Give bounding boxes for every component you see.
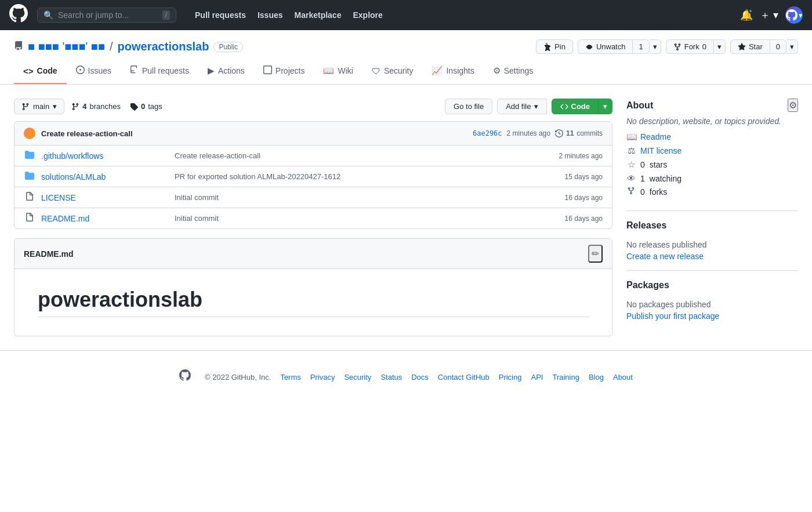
add-file-chevron: ▾ <box>534 102 538 111</box>
file-row: .github/workflows Create release-action-… <box>14 146 612 166</box>
commit-sha[interactable]: 6ae296c <box>473 129 502 137</box>
goto-file-button[interactable]: Go to file <box>445 99 492 114</box>
commit-message[interactable]: Create release-action-call <box>41 129 467 138</box>
notifications-button[interactable]: 🔔 <box>740 9 753 21</box>
repo-main: main ▾ 4 branches 0 tags Go to file <box>14 99 612 336</box>
footer-status[interactable]: Status <box>380 373 402 382</box>
file-time-3: 16 days ago <box>565 215 603 223</box>
footer-terms[interactable]: Terms <box>280 373 300 382</box>
footer-pricing[interactable]: Pricing <box>499 373 522 382</box>
readme-header: README.md ✏ <box>14 239 612 269</box>
repo-name[interactable]: poweractionslab <box>118 40 209 53</box>
publish-package-link[interactable]: Publish your first package <box>626 311 719 321</box>
law-icon: ⚖ <box>626 146 636 156</box>
file-name-2[interactable]: LICENSE <box>41 193 169 202</box>
repo-title-row: ■ ■■■ '■■■' ■■ / poweractionslab Public … <box>14 39 798 54</box>
fork-dropdown[interactable]: ▾ <box>714 39 726 54</box>
footer-api[interactable]: API <box>531 373 543 382</box>
star-dropdown[interactable]: ▾ <box>786 39 798 54</box>
tab-insights[interactable]: 📈 Insights <box>422 61 483 84</box>
file-name-1[interactable]: solutions/ALMLab <box>41 172 169 181</box>
new-item-button[interactable]: ＋ ▾ <box>760 8 778 22</box>
readme-box: README.md ✏ poweractionslab <box>14 238 612 336</box>
file-name-3[interactable]: README.md <box>41 214 169 223</box>
file-commit-1[interactable]: PR for exported solution ALMLab-20220427… <box>175 172 559 181</box>
nav-marketplace[interactable]: Marketplace <box>290 8 346 22</box>
star-group: Star 0 ▾ <box>730 39 798 54</box>
file-commit-3[interactable]: Initial commit <box>175 214 559 223</box>
releases-section: Releases No releases published Create a … <box>626 220 798 261</box>
copyright: © 2022 GitHub, Inc. <box>205 373 271 382</box>
file-commit-0[interactable]: Create release-action-call <box>175 151 553 160</box>
footer-training[interactable]: Training <box>552 373 579 382</box>
about-title: About <box>626 100 653 111</box>
user-avatar[interactable]: ▾ <box>785 6 803 24</box>
repo-icon <box>14 41 23 53</box>
nav-issues[interactable]: Issues <box>253 8 288 22</box>
main-content: main ▾ 4 branches 0 tags Go to file <box>0 85 812 350</box>
code-button[interactable]: Code <box>552 99 599 114</box>
footer-about[interactable]: About <box>613 373 633 382</box>
tab-settings[interactable]: ⚙ Settings <box>484 61 543 84</box>
file-commit-2[interactable]: Initial commit <box>175 193 559 202</box>
meta-links: 4 branches 0 tags <box>71 102 162 111</box>
unwatch-dropdown[interactable]: ▾ <box>650 39 661 54</box>
committer-avatar <box>24 128 35 139</box>
file-time-0: 2 minutes ago <box>559 152 603 160</box>
search-icon: 🔍 <box>44 10 53 20</box>
tab-code[interactable]: <> Code <box>14 61 67 84</box>
branch-selector[interactable]: main ▾ <box>14 99 64 114</box>
sidebar-divider-2 <box>626 270 798 271</box>
fork-group: Fork 0 ▾ <box>666 39 726 54</box>
add-file-group: Add file ▾ <box>497 99 546 114</box>
folder-icon <box>24 150 35 161</box>
footer-privacy[interactable]: Privacy <box>310 373 335 382</box>
commit-time: 2 minutes ago <box>507 129 550 137</box>
footer-docs[interactable]: Docs <box>411 373 429 382</box>
unwatch-count[interactable]: 1 <box>633 39 649 54</box>
about-stars: ☆ 0 stars <box>626 159 798 170</box>
folder-icon <box>24 171 35 182</box>
star-button[interactable]: Star <box>730 39 770 54</box>
repo-owner[interactable]: ■ ■■■ '■■■' ■■ <box>28 40 105 53</box>
branch-chevron: ▾ <box>53 102 57 111</box>
add-file-button[interactable]: Add file ▾ <box>497 99 546 114</box>
file-time-2: 16 days ago <box>565 194 603 202</box>
file-toolbar: main ▾ 4 branches 0 tags Go to file <box>14 99 612 114</box>
nav-pull-requests[interactable]: Pull requests <box>190 8 251 22</box>
branches-link[interactable]: 4 branches <box>71 102 121 111</box>
nav-explore[interactable]: Explore <box>348 8 387 22</box>
commit-history-link[interactable]: 11 commits <box>555 129 603 137</box>
code-tab-icon: <> <box>23 66 34 76</box>
footer-contact[interactable]: Contact GitHub <box>438 373 490 382</box>
github-logo[interactable] <box>9 4 28 26</box>
tab-security[interactable]: 🛡 Security <box>362 61 423 84</box>
file-row: solutions/ALMLab PR for exported solutio… <box>14 166 612 187</box>
commit-meta: 6ae296c 2 minutes ago 11 commits <box>473 129 603 137</box>
code-dropdown[interactable]: ▾ <box>599 99 612 114</box>
packages-section: Packages No packages published Publish y… <box>626 280 798 321</box>
create-release-link[interactable]: Create a new release <box>626 252 704 261</box>
file-name-0[interactable]: .github/workflows <box>41 151 169 161</box>
footer-security[interactable]: Security <box>344 373 371 382</box>
fork-button[interactable]: Fork 0 <box>666 39 714 54</box>
readme-edit-button[interactable]: ✏ <box>588 245 603 263</box>
top-nav-links: Pull requests Issues Marketplace Explore <box>190 8 387 22</box>
tab-pull-requests[interactable]: Pull requests <box>121 61 198 84</box>
sidebar-divider-1 <box>626 210 798 211</box>
file-row: LICENSE Initial commit 16 days ago <box>14 187 612 208</box>
file-time-1: 15 days ago <box>565 173 603 181</box>
footer-blog[interactable]: Blog <box>589 373 604 382</box>
projects-tab-icon <box>263 66 272 76</box>
tab-wiki[interactable]: 📖 Wiki <box>314 61 362 84</box>
pull-requests-tab-icon <box>130 66 139 76</box>
tab-actions[interactable]: ▶ Actions <box>198 61 254 84</box>
tags-link[interactable]: 0 tags <box>130 102 162 111</box>
star-count[interactable]: 0 <box>770 39 786 54</box>
tab-projects[interactable]: Projects <box>254 61 314 84</box>
search-box[interactable]: 🔍 Search or jump to... / <box>37 8 176 23</box>
tab-issues[interactable]: Issues <box>67 61 121 84</box>
pin-button[interactable]: Pin <box>536 39 573 54</box>
unwatch-button[interactable]: Unwatch <box>578 39 633 54</box>
about-gear-button[interactable]: ⚙ <box>788 99 798 112</box>
